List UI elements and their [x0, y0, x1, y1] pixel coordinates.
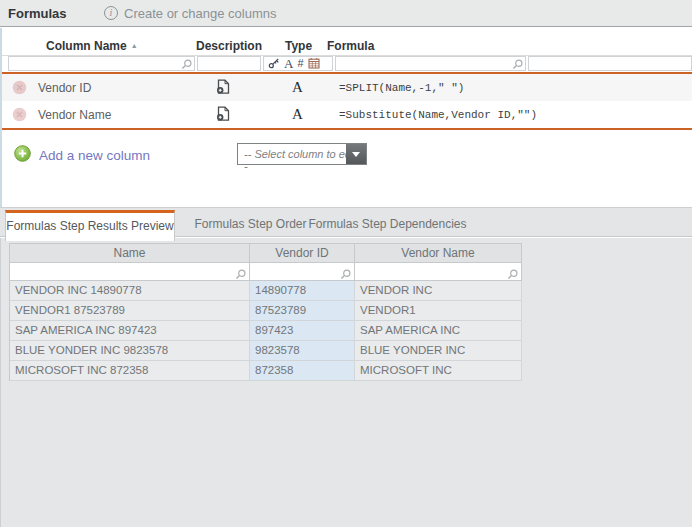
search-icon — [512, 59, 523, 72]
table-cell: MICROSOFT INC 872358 — [10, 361, 250, 381]
header-bar: Formulas i Create or change columns — [0, 0, 692, 27]
search-icon — [340, 266, 351, 284]
accent-divider-bottom — [2, 128, 692, 130]
add-icon[interactable] — [14, 145, 31, 166]
delete-column-icon[interactable] — [12, 107, 27, 122]
preview-header-vendor-id[interactable]: Vendor ID — [250, 244, 355, 263]
filter-extra[interactable] — [528, 56, 692, 71]
table-cell: 87523789 — [250, 301, 355, 321]
info-icon: i — [104, 6, 118, 20]
table-cell: VENDOR INC 14890778 — [10, 281, 250, 301]
results-preview-content: Name Vendor ID Vendor Name VENDOR INC 14… — [0, 238, 692, 527]
column-type: A — [292, 106, 303, 123]
filter-formula[interactable] — [335, 56, 526, 71]
preview-filter-vendor-id-input[interactable] — [250, 265, 338, 282]
date-type-icon[interactable] — [308, 57, 320, 71]
search-icon — [507, 266, 518, 284]
search-icon — [235, 266, 246, 284]
column-header-formula[interactable]: Formula — [327, 39, 374, 53]
tab-strip: Formulas Step Results Preview Formulas S… — [0, 207, 692, 237]
dropdown-button[interactable] — [346, 144, 366, 164]
numeric-type-icon[interactable]: # — [297, 57, 303, 70]
search-icon — [181, 59, 192, 72]
preview-filter-name-input[interactable] — [10, 265, 233, 282]
table-cell: 872358 — [250, 361, 355, 381]
preview-filter-vendor-name-input[interactable] — [355, 265, 505, 282]
table-cell: VENDOR INC — [355, 281, 522, 301]
preview-header-vendor-name[interactable]: Vendor Name — [355, 244, 522, 263]
formulas-screen: Formulas i Create or change columns Colu… — [0, 0, 692, 527]
table-cell: 14890778 — [250, 281, 355, 301]
table-cell: BLUE YONDER INC — [355, 341, 522, 361]
preview-table: Name Vendor ID Vendor Name VENDOR INC 14… — [9, 243, 522, 381]
table-cell: SAP AMERICA INC — [355, 321, 522, 341]
filter-type[interactable]: A # — [263, 56, 333, 71]
table-cell: MICROSOFT INC — [355, 361, 522, 381]
tab-formulas-step-order[interactable]: Formulas Step Order — [188, 217, 313, 231]
filter-extra-input[interactable] — [532, 57, 677, 70]
formula-row-vendor-id: Vendor ID A =SPLIT(Name,-1," ") — [2, 74, 692, 101]
column-header-description[interactable]: Description — [196, 39, 262, 53]
formula-editor-panel: Column Name▲ Description Type Formula A … — [0, 28, 692, 207]
table-cell: VENDOR1 87523789 — [10, 301, 250, 321]
column-header-type[interactable]: Type — [285, 39, 312, 53]
chevron-down-icon — [352, 152, 360, 157]
text-type-icon[interactable]: A — [284, 57, 293, 70]
preview-header-name[interactable]: Name — [10, 244, 250, 263]
table-cell: VENDOR1 — [355, 301, 522, 321]
preview-filter-name[interactable] — [10, 263, 250, 281]
filter-description-input[interactable] — [201, 57, 246, 70]
column-name[interactable]: Vendor Name — [38, 108, 111, 122]
sort-ascending-icon: ▲ — [131, 42, 138, 49]
tab-formulas-step-results-preview[interactable]: Formulas Step Results Preview — [5, 210, 175, 241]
column-formula[interactable]: =SPLIT(Name,-1," ") — [339, 82, 464, 94]
column-type: A — [292, 79, 303, 96]
page-title: Formulas — [8, 6, 67, 21]
filter-description[interactable] — [197, 56, 261, 71]
formula-row-vendor-name: Vendor Name A =Substitute(Name,Vendor ID… — [2, 101, 692, 128]
delete-column-icon[interactable] — [12, 80, 27, 95]
tab-formulas-step-dependencies[interactable]: Formulas Step Dependencies — [305, 217, 470, 231]
editor-actions: Add a new column -- Select column to edi… — [2, 140, 692, 170]
preview-filter-vendor-id[interactable] — [250, 263, 355, 281]
table-cell: BLUE YONDER INC 9823578 — [10, 341, 250, 361]
column-formula[interactable]: =Substitute(Name,Vendor ID,"") — [339, 109, 537, 121]
filter-column-name-input[interactable] — [12, 57, 180, 70]
key-type-icon[interactable] — [268, 57, 280, 71]
column-name[interactable]: Vendor ID — [38, 81, 91, 95]
column-header-name[interactable]: Column Name▲ — [46, 39, 138, 53]
preview-filter-vendor-name[interactable] — [355, 263, 522, 281]
description-icon[interactable] — [216, 79, 230, 99]
table-cell: 9823578 — [250, 341, 355, 361]
description-icon[interactable] — [216, 106, 230, 126]
filter-formula-input[interactable] — [339, 57, 511, 70]
table-cell: 897423 — [250, 321, 355, 341]
page-subtitle: Create or change columns — [124, 6, 276, 21]
filter-column-name[interactable] — [8, 56, 195, 71]
add-new-column-button[interactable]: Add a new column — [39, 148, 150, 163]
column-select-dropdown[interactable]: -- Select column to edit -- — [237, 143, 367, 165]
table-cell: SAP AMERICA INC 897423 — [10, 321, 250, 341]
